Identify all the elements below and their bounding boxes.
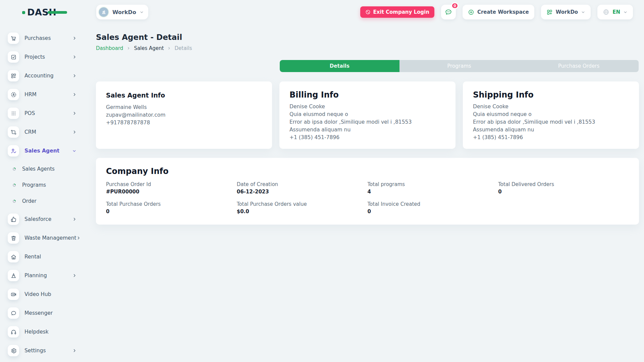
sidebar-item-crm[interactable]: CRM bbox=[8, 123, 87, 141]
field-total-purchase-orders-value: Total Purchase Orders value $0.0 bbox=[237, 201, 368, 215]
sidebar-item-messenger[interactable]: Messenger bbox=[8, 304, 87, 322]
create-workspace-button[interactable]: Create Workspace bbox=[463, 5, 534, 19]
app-launcher-label: WorkDo bbox=[556, 9, 578, 15]
company-info-grid: Purchase Order Id #PUR00000 Date of Crea… bbox=[106, 181, 629, 215]
agent-email: zupav@mailinator.com bbox=[106, 111, 262, 119]
building-avatar-icon bbox=[98, 7, 109, 17]
headset-icon bbox=[8, 326, 19, 338]
chat-bubble-icon bbox=[445, 8, 452, 16]
field-total-delivered-orders: Total Delivered Orders 0 bbox=[498, 181, 629, 195]
info-cards-row: Sales Agent Info Germaine Wells zupav@ma… bbox=[96, 81, 639, 149]
person-check-icon bbox=[8, 145, 19, 157]
field-total-invoice-created: Total Invoice Created 0 bbox=[368, 201, 498, 215]
language-code: EN bbox=[612, 9, 620, 15]
sidebar-item-projects[interactable]: Projects bbox=[8, 48, 87, 66]
chevron-right-icon bbox=[127, 47, 130, 50]
billing-address-line: Assumenda aliquam nu bbox=[289, 126, 445, 134]
sidebar-item-pos[interactable]: POS bbox=[8, 104, 87, 123]
main-content: Sales Agent - Detail Dashboard Sales Age… bbox=[96, 24, 639, 225]
sidebar-item-video-hub[interactable]: Video Hub bbox=[8, 285, 87, 304]
sidebar-item-purchases[interactable]: Purchases bbox=[8, 29, 87, 48]
home-icon bbox=[8, 251, 19, 262]
sidebar-item-planning[interactable]: Planning bbox=[8, 266, 87, 285]
language-selector[interactable]: EN bbox=[597, 5, 633, 19]
sidebar-item-rental[interactable]: Rental bbox=[8, 247, 87, 266]
cart-icon bbox=[8, 33, 19, 44]
sidebar-item-accounting[interactable]: Accounting bbox=[8, 66, 87, 85]
ban-circle-icon bbox=[365, 9, 371, 15]
messages-count-badge: 0 bbox=[451, 2, 459, 9]
topbar-actions: Exit Company Login 0 Create Workspace bbox=[360, 5, 633, 19]
breadcrumb: Dashboard Sales Agent Details bbox=[96, 45, 639, 51]
shipping-info-card: Shipping Info Denise Cooke Quia eiusmod … bbox=[463, 81, 639, 149]
sidebar-item-helpdesk[interactable]: Helpdesk bbox=[8, 322, 87, 341]
detail-tabs: Details Programs Purchase Orders bbox=[280, 60, 639, 72]
tab-details[interactable]: Details bbox=[280, 60, 399, 72]
sales-agent-info-card: Sales Agent Info Germaine Wells zupav@ma… bbox=[96, 81, 272, 149]
field-purchase-order-id: Purchase Order Id #PUR00000 bbox=[106, 181, 237, 195]
logo-dash-icon bbox=[48, 11, 67, 14]
sidebar-item-waste-management[interactable]: Waste Management bbox=[8, 229, 87, 247]
checkbox-icon bbox=[8, 51, 19, 63]
company-info-card: Company Info Purchase Order Id #PUR00000… bbox=[96, 158, 639, 225]
exit-company-login-label: Exit Company Login bbox=[373, 9, 429, 15]
trash-icon bbox=[8, 232, 19, 244]
chevron-right-icon bbox=[72, 36, 76, 40]
shipping-name: Denise Cooke bbox=[473, 103, 629, 111]
donut-bullet-icon bbox=[12, 199, 16, 203]
chevron-right-icon bbox=[72, 130, 76, 134]
square-arrows-icon bbox=[8, 126, 19, 138]
create-workspace-label: Create Workspace bbox=[477, 9, 529, 15]
sidebar-item-salesforce[interactable]: Salesforce bbox=[8, 210, 87, 229]
app-launcher-workdo[interactable]: WorkDo bbox=[541, 5, 591, 19]
breadcrumb-dashboard[interactable]: Dashboard bbox=[96, 45, 123, 51]
grid-plus-icon bbox=[8, 70, 19, 81]
messages-button[interactable]: 0 bbox=[441, 5, 456, 19]
chevron-right-icon bbox=[167, 47, 171, 50]
topbar: DASH WorkDo Exit Company Login bbox=[0, 0, 644, 24]
breadcrumb-sales-agent[interactable]: Sales Agent bbox=[134, 45, 164, 51]
sidebar-subitem-sales-agents[interactable]: Sales Agents bbox=[8, 161, 87, 177]
exit-company-login-button[interactable]: Exit Company Login bbox=[360, 6, 434, 18]
breadcrumb-details: Details bbox=[174, 45, 192, 51]
chevron-right-icon bbox=[72, 349, 76, 353]
thumbs-up-icon bbox=[8, 214, 19, 225]
chat-bubble-icon bbox=[8, 307, 19, 319]
sidebar-subitem-order[interactable]: Order bbox=[8, 193, 87, 209]
brand-logo[interactable]: DASH bbox=[22, 8, 64, 17]
sidebar-item-sales-agent[interactable]: Sales Agent bbox=[8, 141, 87, 160]
sidebar-item-settings[interactable]: Settings bbox=[8, 341, 87, 360]
chevron-down-icon bbox=[623, 10, 628, 14]
chevron-down-icon bbox=[72, 149, 76, 153]
video-camera-icon bbox=[8, 289, 19, 300]
chevron-right-icon bbox=[72, 74, 76, 78]
donut-bullet-icon bbox=[12, 167, 16, 171]
page-title: Sales Agent - Detail bbox=[96, 33, 639, 42]
sidebar-item-hrm[interactable]: HRM bbox=[8, 85, 87, 104]
chevron-down-icon bbox=[140, 10, 144, 14]
sales-agent-submenu: Sales Agents Programs Order bbox=[8, 161, 87, 209]
gear-icon bbox=[8, 345, 19, 356]
cone-icon bbox=[8, 270, 19, 281]
field-total-programs: Total programs 4 bbox=[368, 181, 498, 195]
shipping-phone: +1 (385) 451-7896 bbox=[473, 134, 629, 141]
logo-dot-icon bbox=[22, 11, 25, 14]
chevron-right-icon bbox=[76, 236, 80, 240]
shipping-address-line: Assumenda aliquam nu bbox=[473, 126, 629, 134]
tab-purchase-orders[interactable]: Purchase Orders bbox=[519, 60, 639, 72]
grid-plus-icon bbox=[546, 9, 553, 15]
shipping-address-line: Error ab ipsa dolor ,Similique modi vel … bbox=[473, 118, 629, 126]
plus-circle-icon bbox=[468, 9, 474, 15]
billing-address-line: Quia eiusmod neque o bbox=[289, 111, 445, 118]
shipping-address-line: Quia eiusmod neque o bbox=[473, 111, 629, 118]
sidebar: Purchases Projects Accounting bbox=[0, 24, 87, 362]
card-title: Sales Agent Info bbox=[106, 92, 262, 99]
tab-programs[interactable]: Programs bbox=[399, 60, 519, 72]
sidebar-subitem-programs[interactable]: Programs bbox=[8, 177, 87, 193]
billing-phone: +1 (385) 451-7896 bbox=[289, 134, 445, 141]
card-title: Shipping Info bbox=[473, 90, 629, 100]
workspace-switcher[interactable]: WorkDo bbox=[96, 5, 148, 19]
card-title: Company Info bbox=[106, 167, 629, 176]
chevron-right-icon bbox=[72, 217, 76, 221]
billing-address-line: Error ab ipsa dolor ,Similique modi vel … bbox=[289, 118, 445, 126]
